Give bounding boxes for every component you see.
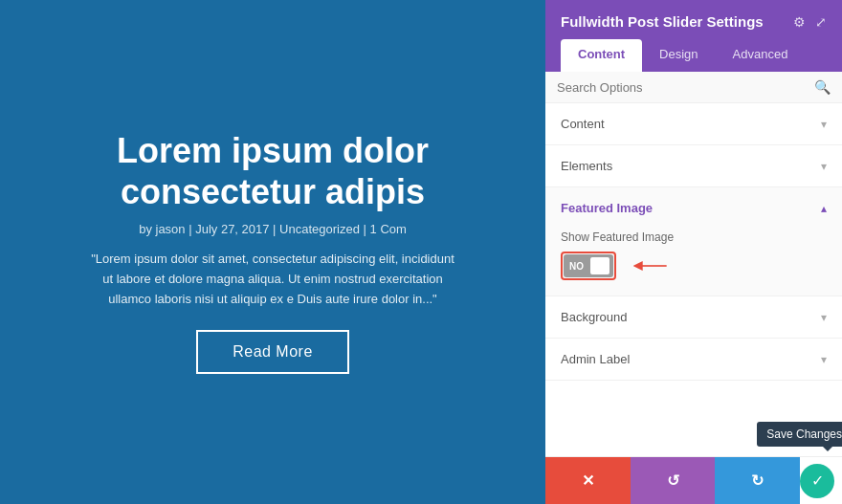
section-admin-label[interactable]: Admin Label ▾ — [545, 339, 842, 381]
section-elements-label: Elements — [561, 159, 612, 173]
preview-title: Lorem ipsum dolor consectetur adipis — [91, 130, 454, 212]
tab-content[interactable]: Content — [561, 39, 642, 72]
preview-meta: by jason | July 27, 2017 | Uncategorized… — [91, 222, 454, 236]
show-featured-image-label: Show Featured Image — [561, 230, 827, 244]
panel-title-row: Fullwidth Post Slider Settings ⚙ ⤢ — [561, 13, 827, 30]
toggle-knob — [590, 257, 609, 274]
arrow-icon — [632, 256, 670, 275]
chevron-down-icon: ▾ — [821, 353, 827, 366]
settings-panel: Fullwidth Post Slider Settings ⚙ ⤢ Conte… — [545, 0, 842, 504]
chevron-down-icon: ▾ — [821, 311, 827, 324]
save-button[interactable]: ✓ — [800, 464, 834, 498]
preview-content: Lorem ipsum dolor consectetur adipis by … — [53, 111, 493, 394]
arrow-annotation — [632, 256, 670, 275]
section-content[interactable]: Content ▾ — [545, 103, 842, 145]
featured-image-body: Show Featured Image NO — [545, 225, 842, 296]
save-area: ✓ Save Changes — [800, 464, 842, 498]
panel-title: Fullwidth Post Slider Settings — [561, 13, 764, 30]
panel-tabs: Content Design Advanced — [561, 39, 827, 72]
save-tooltip: Save Changes — [757, 422, 842, 447]
section-background-label: Background — [561, 310, 627, 324]
settings-icon[interactable]: ⚙ — [793, 14, 806, 30]
panel-header: Fullwidth Post Slider Settings ⚙ ⤢ Conte… — [545, 0, 842, 72]
search-icon: 🔍 — [814, 79, 831, 95]
panel-title-icons: ⚙ ⤢ — [793, 14, 827, 30]
chevron-up-icon: ▴ — [821, 202, 827, 215]
redo-button[interactable]: ↻ — [715, 457, 800, 505]
tab-design[interactable]: Design — [642, 39, 715, 72]
expand-icon[interactable]: ⤢ — [815, 14, 827, 30]
panel-footer: ✕ ↺ ↻ ✓ Save Changes — [545, 456, 842, 504]
show-featured-image-toggle[interactable]: NO — [564, 254, 613, 277]
read-more-button[interactable]: Read More — [196, 330, 349, 374]
section-elements[interactable]: Elements ▾ — [545, 145, 842, 187]
panel-body: Content ▾ Elements ▾ Featured Image ▴ Sh… — [545, 103, 842, 456]
toggle-row: NO — [561, 252, 827, 280]
chevron-down-icon: ▾ — [821, 160, 827, 173]
featured-image-section: Featured Image ▴ Show Featured Image NO — [545, 187, 842, 296]
section-content-label: Content — [561, 117, 605, 131]
toggle-value: NO — [569, 261, 584, 272]
search-bar: 🔍 — [545, 72, 842, 103]
section-background[interactable]: Background ▾ — [545, 296, 842, 339]
reset-button[interactable]: ↺ — [631, 457, 716, 505]
featured-image-label: Featured Image — [561, 201, 653, 215]
chevron-down-icon: ▾ — [821, 118, 827, 131]
preview-excerpt: "Lorem ipsum dolor sit amet, consectetur… — [91, 250, 454, 309]
cancel-button[interactable]: ✕ — [545, 457, 631, 505]
tab-advanced[interactable]: Advanced — [716, 39, 806, 72]
featured-image-header[interactable]: Featured Image ▴ — [545, 187, 842, 225]
search-input[interactable] — [557, 80, 814, 95]
toggle-highlight: NO — [561, 252, 616, 280]
section-admin-label-label: Admin Label — [561, 352, 630, 366]
preview-area: Lorem ipsum dolor consectetur adipis by … — [0, 0, 545, 504]
